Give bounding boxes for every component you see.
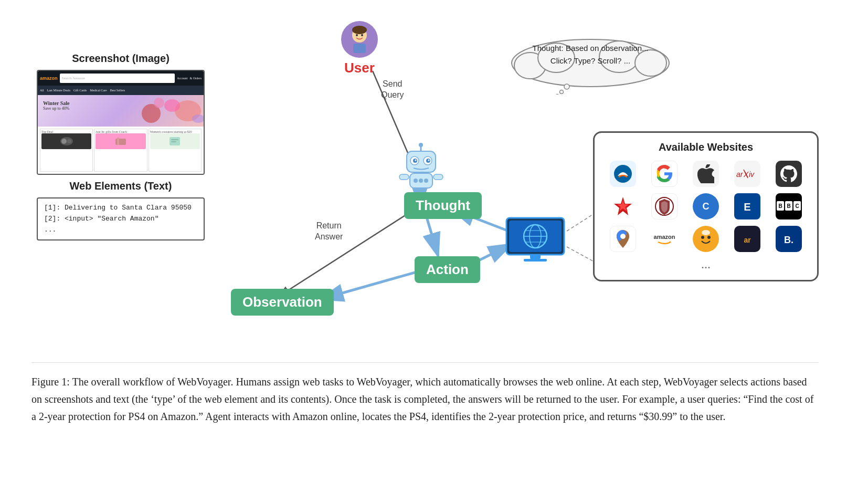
svg-point-27 <box>356 34 358 36</box>
web-elements-text: [1]: Delivering to Santa Clara 95050 [2]… <box>44 203 197 235</box>
google-icon-svg <box>655 164 674 183</box>
user-label: User <box>344 60 375 76</box>
product-img-svg2 <box>113 136 129 147</box>
website-icon-google <box>651 161 678 187</box>
thought-box-label: Thought <box>404 192 482 219</box>
svg-point-48 <box>414 179 418 183</box>
svg-rect-29 <box>353 44 366 53</box>
svg-text:B: B <box>787 203 791 209</box>
svg-point-49 <box>419 179 423 183</box>
monitor-area <box>504 215 567 267</box>
user-avatar <box>341 21 378 58</box>
website-icon-amazon: amazon <box>651 226 678 252</box>
amazon-search-bar: Search Amazon <box>60 74 175 83</box>
svg-point-36 <box>560 90 564 94</box>
eurlex-icon-svg: E <box>738 197 757 216</box>
website-icon-apple <box>693 161 719 187</box>
bbc-icon-svg: B B C <box>777 201 801 212</box>
website-icon-bbc: B B C <box>776 193 802 219</box>
sub-link: All <box>40 89 44 92</box>
main-container: Screenshot (Image) amazon Search Amazon … <box>0 0 868 502</box>
svg-text:C: C <box>796 203 799 209</box>
svg-point-6 <box>61 139 67 144</box>
caption-area: Figure 1: The overall workflow of WebVoy… <box>31 362 819 425</box>
svg-rect-52 <box>433 174 443 180</box>
banner-line1: Winter Sale <box>43 100 69 106</box>
amazon-icon-svg: amazon <box>654 229 675 248</box>
svg-text:ar: ar <box>744 236 751 244</box>
website-icon-booking: B. <box>776 226 802 252</box>
user-area: User <box>341 21 378 76</box>
thought-bubble-container: Thought: Based on observation... Click? … <box>504 32 677 97</box>
website-icon-ar: ar <box>734 226 760 252</box>
amazon-nav: amazon Search Amazon Account & Orders <box>38 71 204 86</box>
svg-text:B: B <box>779 203 782 209</box>
web-elements-box: [1]: Delivering to Santa Clara 95050 [2]… <box>37 197 205 240</box>
svg-rect-11 <box>171 139 178 140</box>
send-query-label: SendQuery <box>381 79 404 101</box>
thought-line1: Thought: Based on observation... <box>520 42 661 55</box>
svg-line-20 <box>320 269 428 299</box>
svg-point-4 <box>154 98 164 108</box>
website-icon-kayak <box>610 161 636 187</box>
websites-dots-label: ... <box>605 257 807 271</box>
apple-icon-svg <box>697 164 714 183</box>
action-box-label: Action <box>415 256 480 283</box>
sub-link: Medical Care <box>90 89 107 92</box>
product-card: Women's sweaters starting at $20 <box>149 129 202 172</box>
thought-bubble-text: Thought: Based on observation... Click? … <box>520 42 661 67</box>
svg-text:iv: iv <box>749 170 755 179</box>
website-icon-coursera: C <box>693 193 719 219</box>
booking-icon-svg: B. <box>779 229 798 248</box>
amazon-banner: Winter Sale Save up to 40% <box>38 95 204 127</box>
robot-svg <box>396 142 446 192</box>
product-img-svg3 <box>167 136 183 147</box>
web-element-line1: [1]: Delivering to Santa Clara 95050 <box>44 203 197 214</box>
website-icon-allrecipes <box>693 226 719 252</box>
amazon-sub-nav: All Last Minute Deals Gift Cards Medical… <box>38 86 204 95</box>
caption-text: Figure 1: The overall workflow of WebVoy… <box>31 373 819 425</box>
banner-decoration <box>109 95 204 127</box>
svg-text:E: E <box>744 201 751 213</box>
product-img-1 <box>41 133 91 149</box>
svg-rect-51 <box>399 174 409 180</box>
svg-point-80 <box>620 234 626 239</box>
svg-point-26 <box>352 26 367 34</box>
arxiv-icon-svg: ar X iv <box>736 169 758 179</box>
website-icon-github <box>776 161 802 187</box>
svg-point-84 <box>707 236 711 239</box>
svg-rect-60 <box>530 255 541 259</box>
screenshot-box: amazon Search Amazon Account & Orders Al… <box>37 70 205 175</box>
website-icon-maps <box>610 226 636 252</box>
amazon-mock: amazon Search Amazon Account & Orders Al… <box>38 71 204 174</box>
svg-point-46 <box>428 160 430 161</box>
product-img-3 <box>150 133 200 149</box>
cambridge-icon-svg <box>655 197 674 216</box>
amazon-logo: amazon <box>40 76 58 81</box>
websites-grid: ar X iv <box>605 161 807 252</box>
observation-box-label: Observation <box>231 289 334 316</box>
svg-point-83 <box>701 236 704 239</box>
svg-rect-12 <box>171 141 176 142</box>
observation-flow-box: Observation <box>231 289 334 316</box>
product-img-2 <box>96 133 145 149</box>
left-panel: Screenshot (Image) amazon Search Amazon … <box>31 53 210 240</box>
nav-link: & Orders <box>190 77 202 80</box>
amazon-products: Top Deal Just In: gifts from Coach <box>38 127 204 174</box>
product-card: Top Deal <box>40 129 93 172</box>
sub-link: Last Minute Deals <box>47 89 70 92</box>
svg-point-35 <box>564 84 569 89</box>
svg-line-17 <box>278 213 409 297</box>
svg-text:amazon: amazon <box>654 234 675 240</box>
svg-point-28 <box>361 34 363 36</box>
monitor-svg <box>504 215 567 265</box>
svg-rect-9 <box>117 138 119 145</box>
coursera-icon-svg: C <box>697 197 715 215</box>
svg-point-85 <box>702 230 710 235</box>
website-icon-wolfram <box>610 193 636 219</box>
svg-point-1 <box>164 99 180 112</box>
websites-panel: Available Websites <box>593 131 819 281</box>
website-icon-eurlex: E <box>734 193 760 219</box>
thought-line2: Click? Type? Scroll? ... <box>520 55 661 67</box>
svg-rect-61 <box>524 259 547 262</box>
